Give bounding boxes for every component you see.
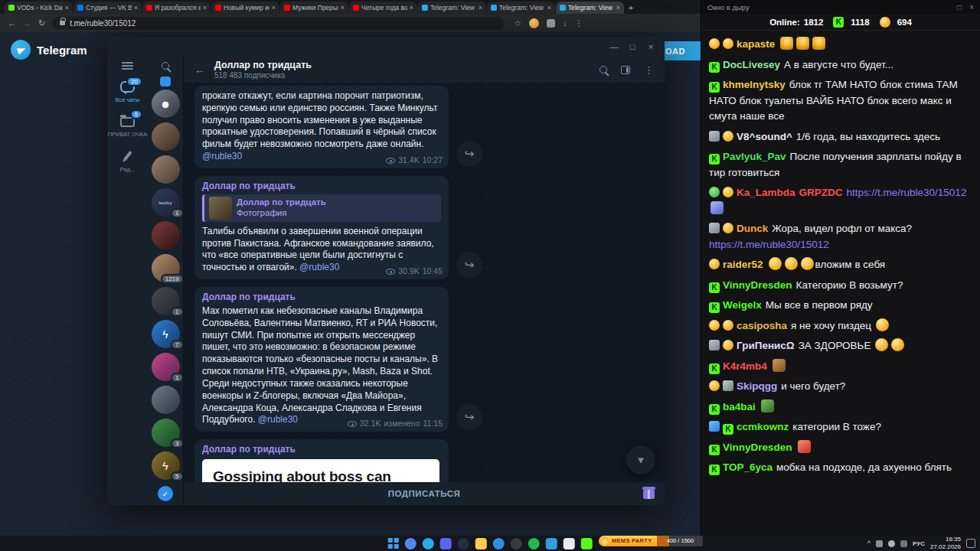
chat-list-item[interactable]: ☻ [152,90,180,118]
chat-list-item[interactable] [152,155,180,184]
chat-username[interactable]: Weigelx [723,299,762,311]
download-icon[interactable]: ↓ [563,18,567,28]
browser-tab[interactable]: Студия — VK Вид× [74,2,142,14]
battery-icon[interactable] [900,540,907,547]
saved-folder-chip[interactable] [160,77,171,87]
notification-center-icon[interactable] [966,539,975,548]
chrome-taskbar-icon[interactable] [404,538,416,549]
clock[interactable]: 16:35 27.02.2026 [930,536,961,551]
chat-username[interactable]: V8^sound^ [737,131,792,142]
discord-taskbar-icon[interactable] [439,538,451,549]
folder-item[interactable]: Ред... [107,143,148,178]
tab-close-icon[interactable]: × [65,4,69,11]
chat-list-item[interactable]: 1 [152,287,180,315]
article-card[interactable]: Gossiping about boss can actually be goo… [202,459,439,482]
channel-mention-link[interactable]: @ruble30 [299,262,339,272]
new-tab-button[interactable]: + [625,2,637,14]
search-icon[interactable] [599,66,607,73]
kick-taskbar-icon[interactable] [580,538,592,549]
channel-name[interactable]: Доллар по тридцать [202,292,441,304]
obs-taskbar-icon[interactable] [510,538,521,549]
chat-username[interactable]: VinnyDresden [723,442,792,453]
browser-tab[interactable]: Telegram: View @× [556,2,624,14]
vscode-taskbar-icon[interactable] [545,538,557,549]
share-button[interactable]: ↪ [456,141,482,167]
window-minimize-button[interactable]: — [605,39,623,54]
back-arrow-icon[interactable]: ← [194,64,205,76]
forward-icon[interactable]: → [23,18,31,28]
volume-icon[interactable] [888,540,895,547]
extensions-icon[interactable] [547,19,555,28]
notepad-taskbar-icon[interactable] [563,538,574,549]
verified-check-icon[interactable]: ✓ [158,486,173,501]
tab-close-icon[interactable]: × [616,4,620,11]
chat-list-item[interactable]: 1219 [152,254,180,282]
steam-taskbar-icon[interactable] [457,538,469,549]
chat-username[interactable]: ccmkownz [737,421,789,432]
channel-mention-link[interactable]: @ruble30 [258,414,298,425]
folder-item[interactable]: 20Все чаты [107,75,148,108]
chat-username[interactable]: khmelnytsky [723,79,786,90]
tab-close-icon[interactable]: × [134,4,138,11]
chat-username[interactable]: ba4bai [723,401,756,412]
window-maximize-button[interactable]: □ [623,39,642,54]
start-button[interactable] [388,538,399,549]
profile-avatar[interactable] [529,18,539,28]
share-button[interactable]: ↪ [456,404,482,430]
chat-list-item[interactable]: ϟ7 [152,320,180,348]
channel-header-titles[interactable]: Доллар по тридцать 518 483 подписчика [214,60,312,79]
tab-close-icon[interactable]: × [410,4,413,11]
channel-mention-link[interactable]: @ruble30 [202,151,242,161]
chat-username[interactable]: TOP_6yca [723,461,773,473]
chat-username[interactable]: ГриПенисΩ [737,340,795,351]
chat-search-button[interactable] [162,57,169,75]
chat-username[interactable]: Skipqgg [737,380,777,392]
reload-icon[interactable]: ↻ [38,18,45,28]
chat-username[interactable]: DocLivesey [723,59,780,70]
chat-username[interactable]: kapaste [737,38,775,50]
stream-chat-header[interactable]: Окно в дыру □ × [701,0,980,14]
window-close-button[interactable]: × [642,39,660,54]
browser-tab[interactable]: Мужики Прерыва× [280,2,348,14]
tab-close-icon[interactable]: × [479,4,482,11]
bookmark-star-icon[interactable]: ☆ [514,18,521,28]
channel-name[interactable]: Доллар по тридцать [202,444,441,456]
tab-close-icon[interactable]: × [272,4,276,11]
edge-taskbar-icon[interactable] [492,538,504,549]
telegram-taskbar-icon[interactable] [422,538,433,549]
main-menu-button[interactable] [107,57,148,75]
chat-username[interactable]: Ka_Lambda [737,187,795,198]
chat-list-item[interactable] [152,122,180,151]
browser-tab[interactable]: Telegram: View @× [487,2,555,14]
chat-username[interactable]: Pavlyuk_Pav [723,151,786,162]
gift-icon[interactable] [643,490,655,499]
network-icon[interactable] [876,540,883,547]
browser-tab[interactable]: Новый кумир исп× [211,2,279,14]
browser-menu-icon[interactable]: ⋮ [575,18,583,28]
chat-username[interactable]: K4r4mb4 [723,360,767,372]
browser-tab[interactable]: VODs - Kick Dash× [5,2,73,14]
tab-close-icon[interactable]: × [547,4,551,11]
sidebar-toggle-icon[interactable] [621,66,630,74]
scroll-to-bottom-button[interactable]: ▾ [626,445,655,474]
back-icon[interactable]: ← [8,18,16,28]
folder-item[interactable]: 5ПРИВАТ ОЧКА [107,108,148,142]
close-icon[interactable]: × [969,3,974,11]
chat-list-item[interactable] [152,386,180,414]
tray-expand-icon[interactable]: ^ [867,540,871,547]
chat-username[interactable]: raider52 [723,259,763,270]
chat-username[interactable]: casiposha [737,320,787,331]
chat-list-item[interactable]: teolsy1 [152,188,180,217]
browser-tab[interactable]: Telegram: View @× [418,2,486,14]
chat-list-item[interactable] [152,221,180,249]
language-indicator[interactable]: РУС [913,540,925,547]
chat-username[interactable]: VinnyDresden [723,279,792,291]
channel-name[interactable]: Доллар по тридцать [202,181,441,193]
tab-close-icon[interactable]: × [341,4,345,11]
chat-link[interactable]: https://t.me/ruble30/15012 [709,239,829,250]
subscribe-button[interactable]: ПОДПИСАТЬСЯ [388,489,461,498]
chat-link[interactable]: https://t.me/ruble30/15012 [847,187,967,198]
share-button[interactable]: ↪ [456,252,482,278]
browser-tab[interactable]: Четыре года вой× [349,2,417,14]
chat-list-item[interactable]: ϟ5 [152,452,180,480]
